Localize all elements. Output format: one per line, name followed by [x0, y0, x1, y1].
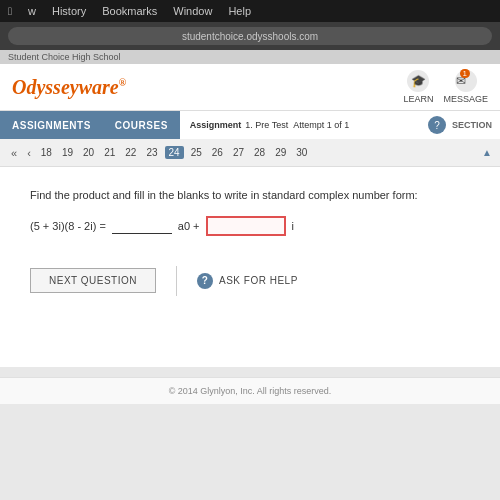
page-26[interactable]: 26 — [209, 147, 226, 158]
ask-icon: ? — [197, 273, 213, 289]
message-icon: ✉ 1 — [455, 70, 477, 92]
ask-for-help-button[interactable]: ? ASK FOR HELP — [197, 273, 298, 289]
page-27[interactable]: 27 — [230, 147, 247, 158]
nav-assignments[interactable]: ASSIGNMENTS — [0, 111, 103, 139]
page-21[interactable]: 21 — [101, 147, 118, 158]
page-20[interactable]: 20 — [80, 147, 97, 158]
page-18[interactable]: 18 — [38, 147, 55, 158]
os-menu-bookmarks[interactable]: Bookmarks — [102, 5, 157, 17]
message-button[interactable]: ✉ 1 MESSAGE — [443, 70, 488, 104]
learn-icon: 🎓 — [407, 70, 429, 92]
learn-button[interactable]: 🎓 LEARN — [403, 70, 433, 104]
first-page-btn[interactable]: « — [8, 147, 20, 159]
os-menu-window[interactable]: Window — [173, 5, 212, 17]
btn-row: NEXT QUESTION ? ASK FOR HELP — [30, 266, 470, 296]
next-question-button[interactable]: NEXT QUESTION — [30, 268, 156, 293]
section-label: SECTION — [452, 120, 492, 130]
ody-header: Odysseyware® 🎓 LEARN ✉ 1 MESSAGE — [0, 64, 500, 111]
ody-logo: Odysseyware® — [12, 76, 126, 99]
page-23[interactable]: 23 — [143, 147, 160, 158]
address-text: studentchoice.odysshools.com — [182, 31, 318, 42]
copyright-text: © 2014 Glynlyon, Inc. All rights reserve… — [169, 386, 332, 396]
main-content: Find the product and fill in the blanks … — [0, 167, 500, 367]
answer-input[interactable] — [206, 216, 286, 236]
page-28[interactable]: 28 — [251, 147, 268, 158]
assignment-prefix: Assignment — [190, 120, 242, 130]
page-marker: ▲ — [482, 147, 492, 158]
attempt-label: Attempt 1 of 1 — [293, 120, 349, 130]
logo-text: Odysseyware — [12, 76, 119, 98]
info-icon-btn[interactable]: ? — [428, 116, 446, 134]
os-menu-help[interactable]: Help — [228, 5, 251, 17]
os-menu-history[interactable]: History — [52, 5, 86, 17]
site-label: Student Choice High School — [0, 50, 500, 64]
page-24[interactable]: 24 — [165, 146, 184, 159]
nav-courses[interactable]: COURSES — [103, 111, 180, 139]
page-29[interactable]: 29 — [272, 147, 289, 158]
nav-bar: ASSIGNMENTS COURSES Assignment 1. Pre Te… — [0, 111, 500, 139]
address-bar[interactable]: studentchoice.odysshools.com — [8, 27, 492, 45]
question-instruction: Find the product and fill in the blanks … — [30, 187, 470, 204]
page-wrapper: Student Choice High School Odysseyware® … — [0, 50, 500, 500]
nav-right: ? SECTION — [420, 111, 500, 139]
prev-page-btn[interactable]: ‹ — [24, 147, 34, 159]
ask-label: ASK FOR HELP — [219, 275, 298, 286]
suffix-label: i — [292, 220, 294, 232]
message-badge: 1 — [460, 69, 470, 78]
header-right: 🎓 LEARN ✉ 1 MESSAGE — [403, 70, 488, 104]
nav-assignment-info: Assignment 1. Pre Test Attempt 1 of 1 — [180, 111, 420, 139]
browser-chrome: studentchoice.odysshools.com — [0, 22, 500, 50]
expression-text: (5 + 3i)(8 - 2i) = — [30, 220, 106, 232]
blank-label: a0 + — [178, 220, 200, 232]
answer-row: (5 + 3i)(8 - 2i) = a0 + i — [30, 216, 470, 236]
message-label: MESSAGE — [443, 94, 488, 104]
first-blank — [112, 218, 172, 234]
page-footer: © 2014 Glynlyon, Inc. All rights reserve… — [0, 377, 500, 404]
assignment-name: 1. Pre Test — [245, 120, 288, 130]
os-menu-apple[interactable]:  — [8, 5, 12, 17]
page-19[interactable]: 19 — [59, 147, 76, 158]
page-marker-arrow: ▲ — [482, 147, 492, 158]
os-menubar:  w History Bookmarks Window Help — [0, 0, 500, 22]
learn-label: LEARN — [403, 94, 433, 104]
os-menu-w[interactable]: w — [28, 5, 36, 17]
pagination-bar: « ‹ 18 19 20 21 22 23 24 25 26 27 28 29 … — [0, 139, 500, 167]
btn-divider — [176, 266, 177, 296]
page-25[interactable]: 25 — [188, 147, 205, 158]
page-22[interactable]: 22 — [122, 147, 139, 158]
logo-reg: ® — [119, 77, 126, 88]
page-30[interactable]: 30 — [293, 147, 310, 158]
